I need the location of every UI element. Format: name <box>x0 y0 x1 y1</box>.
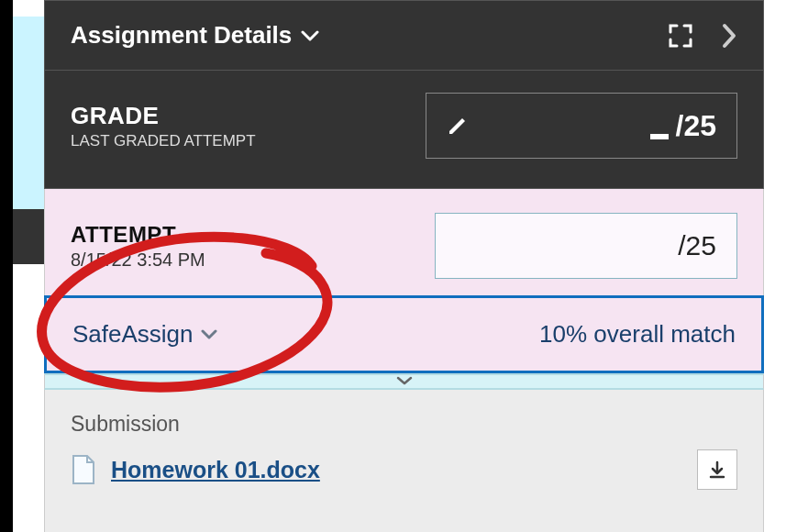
submission-section: Submission Homework 01.docx <box>44 390 764 532</box>
grade-blank-indicator <box>650 134 669 139</box>
safeassign-row[interactable]: SafeAssign 10% overall match <box>44 295 764 373</box>
left-sidebar-dark-block <box>13 209 44 264</box>
attempt-points-possible: /25 <box>678 230 716 261</box>
download-icon <box>707 460 727 480</box>
section-divider[interactable] <box>44 373 764 390</box>
panel-title-text: Assignment Details <box>71 21 292 50</box>
expand-icon[interactable] <box>668 23 693 49</box>
grade-heading: GRADE <box>71 102 256 130</box>
submission-file-row: Homework 01.docx <box>71 449 737 490</box>
attempt-section: ATTEMPT 8/15/22 3:54 PM /25 <box>44 189 764 295</box>
attempt-heading: ATTEMPT <box>71 222 205 248</box>
safeassign-label-text: SafeAssign <box>72 320 194 349</box>
chevron-down-icon <box>301 29 319 42</box>
grade-value-display: /25 <box>650 109 716 143</box>
grade-labels: GRADE LAST GRADED ATTEMPT <box>71 102 256 150</box>
panel-header: Assignment Details <box>44 0 764 71</box>
chevron-right-icon[interactable] <box>721 22 737 50</box>
safeassign-match-text: 10% overall match <box>539 320 736 349</box>
chevron-down-icon <box>395 375 414 386</box>
attempt-timestamp: 8/15/22 3:54 PM <box>71 249 205 271</box>
grade-subheading: LAST GRADED ATTEMPT <box>71 132 256 150</box>
document-icon <box>71 454 96 485</box>
attempt-score-input[interactable]: /25 <box>435 213 737 279</box>
download-button[interactable] <box>697 449 737 490</box>
submission-heading: Submission <box>71 412 737 437</box>
assignment-details-panel: Assignment Details GRADE <box>44 0 764 532</box>
chevron-down-icon <box>201 329 217 340</box>
panel-title[interactable]: Assignment Details <box>71 21 319 50</box>
attempt-labels: ATTEMPT 8/15/22 3:54 PM <box>71 222 205 271</box>
safeassign-toggle[interactable]: SafeAssign <box>72 320 217 349</box>
grade-entry-box[interactable]: /25 <box>426 93 737 159</box>
left-sidebar-sliver <box>0 0 44 532</box>
grade-section: GRADE LAST GRADED ATTEMPT /25 <box>44 71 764 189</box>
submission-file-link[interactable]: Homework 01.docx <box>111 457 320 483</box>
grade-points-possible: /25 <box>676 109 716 143</box>
pencil-icon <box>447 115 469 137</box>
